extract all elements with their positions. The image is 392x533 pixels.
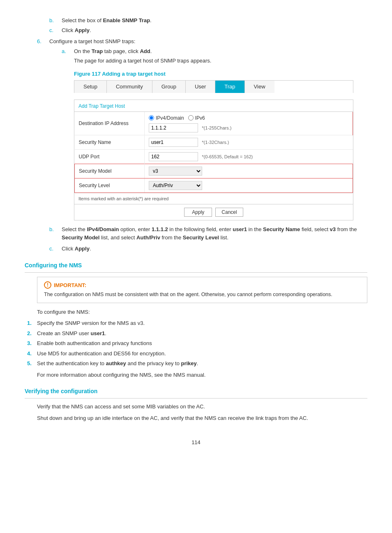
radio-ipv6-label[interactable]: IPv6 bbox=[188, 114, 205, 122]
step-6-content: Configure a target host SNMP traps: bbox=[49, 37, 367, 46]
step-b1-content: Select the box of Enable SNMP Trap. bbox=[62, 16, 367, 25]
step-6-num: 6. bbox=[37, 37, 49, 46]
b2-bold3: user1 bbox=[233, 226, 247, 232]
tab-trap[interactable]: Trap bbox=[215, 81, 244, 93]
form-field-destination-ip: IPv4/Domain IPv6 *(1-255Chars.) bbox=[145, 112, 353, 135]
nms-item-2: 2. Create an SNMP user user1. bbox=[25, 329, 367, 338]
security-name-hint: *(1-32Chars.) bbox=[202, 140, 229, 145]
nms-item-2-num: 2. bbox=[27, 329, 37, 338]
form-table: Destination IP Address IPv4/Domain IPv6 bbox=[74, 112, 353, 193]
nms-item-4-text: Use MD5 for authentication and DES56 for… bbox=[37, 350, 166, 358]
security-name-input[interactable] bbox=[149, 138, 198, 147]
form-label-security-level: Security Level bbox=[75, 178, 145, 192]
configuring-nms-divider bbox=[25, 272, 367, 273]
step-b2-letter: b. bbox=[49, 225, 62, 241]
nms-item-4: 4. Use MD5 for authentication and DES56 … bbox=[25, 350, 367, 358]
nms-item-5: 5. Set the authentication key to authkey… bbox=[25, 359, 367, 368]
step-a1: a. On the Trap tab page, click Add. bbox=[25, 47, 367, 56]
c2-bold: Apply bbox=[75, 246, 90, 252]
verifying-para1: Verify that the NMS can access and set s… bbox=[25, 403, 367, 411]
configuring-nms-intro: To configure the NMS: bbox=[25, 308, 367, 316]
important-box: ! IMPORTANT: The configuration on NMS mu… bbox=[37, 277, 367, 303]
security-model-select[interactable]: v3 v1 v2c bbox=[149, 167, 202, 176]
tab-setup[interactable]: Setup bbox=[74, 81, 107, 93]
form-label-udp-port: UDP Port bbox=[75, 149, 145, 164]
step-a1-letter: a. bbox=[62, 47, 74, 56]
important-icon: ! bbox=[44, 281, 51, 289]
apply-button[interactable]: Apply bbox=[184, 208, 212, 217]
udp-port-hint: *(0-65535, Default = 162) bbox=[202, 154, 253, 159]
nms-item-1-num: 1. bbox=[27, 319, 37, 327]
nms-item-3-text: Enable both authentication and privacy f… bbox=[37, 339, 152, 348]
radio-ipv4[interactable] bbox=[149, 115, 154, 121]
tab-bar-container: Setup Community Group User Trap View bbox=[25, 80, 367, 93]
tab-group[interactable]: Group bbox=[152, 81, 186, 93]
form-label-security-name: Security Name bbox=[75, 135, 145, 149]
verifying-divider bbox=[25, 398, 367, 399]
tab-bar: Setup Community Group User Trap View bbox=[74, 80, 353, 93]
ip-value-row: *(1-255Chars.) bbox=[149, 123, 348, 132]
form-panel: Add Trap Target Host Destination IP Addr… bbox=[74, 100, 353, 221]
tab-community[interactable]: Community bbox=[107, 81, 152, 93]
form-row-security-name: Security Name *(1-32Chars.) bbox=[75, 135, 353, 149]
step-c1-content: Click Apply. bbox=[62, 26, 367, 35]
form-panel-title: Add Trap Target Host bbox=[74, 100, 353, 112]
form-field-security-level: Auth/Priv Auth/NoPriv NoAuth/NoPriv bbox=[145, 178, 353, 192]
form-panel-container: Add Trap Target Host Destination IP Addr… bbox=[25, 100, 367, 221]
radio-ipv4-label[interactable]: IPv4/Domain bbox=[149, 114, 184, 122]
important-text: The configuration on NMS must be consist… bbox=[44, 291, 360, 299]
step-c2: c. Click Apply. bbox=[25, 245, 367, 253]
step-6: 6. Configure a target host SNMP traps: bbox=[25, 37, 367, 46]
step-c2-letter: c. bbox=[49, 245, 62, 253]
step-b1-letter: b. bbox=[49, 16, 62, 25]
ip-value-input[interactable] bbox=[149, 123, 198, 132]
form-field-security-name: *(1-32Chars.) bbox=[145, 135, 353, 149]
step-c1: c. Click Apply. bbox=[25, 26, 367, 35]
required-note: Items marked with an asterisk(*) are req… bbox=[74, 193, 353, 204]
radio-group-ip: IPv4/Domain IPv6 bbox=[149, 114, 348, 122]
udp-port-input[interactable] bbox=[149, 152, 198, 161]
radio-ipv6[interactable] bbox=[188, 115, 194, 121]
verifying-para2: Shut down and bring up an idle interface… bbox=[25, 414, 367, 422]
form-label-destination-ip: Destination IP Address bbox=[75, 112, 145, 135]
form-row-security-level: Security Level Auth/Priv Auth/NoPriv NoA… bbox=[75, 178, 353, 192]
page-number: 114 bbox=[25, 438, 367, 447]
security-level-select[interactable]: Auth/Priv Auth/NoPriv NoAuth/NoPriv bbox=[149, 181, 202, 190]
configuring-nms-footer: For more information about configuring t… bbox=[25, 371, 367, 379]
form-row-udp-port: UDP Port *(0-65535, Default = 162) bbox=[75, 149, 353, 164]
nms-item-3: 3. Enable both authentication and privac… bbox=[25, 339, 367, 348]
step-b2: b. Select the IPv4/Domain option, enter … bbox=[25, 225, 367, 241]
nms-item-2-text: Create an SNMP user user1. bbox=[37, 329, 106, 338]
nms-item-5-text: Set the authentication key to authkey an… bbox=[37, 359, 198, 368]
verifying-heading: Verifying the configuration bbox=[25, 387, 367, 396]
step-c1-letter: c. bbox=[49, 26, 62, 35]
b2-bold7: Auth/Priv bbox=[136, 234, 160, 241]
b2-bold8: Security Level bbox=[183, 234, 219, 241]
tab-user[interactable]: User bbox=[186, 81, 215, 93]
form-row-destination-ip: Destination IP Address IPv4/Domain IPv6 bbox=[75, 112, 353, 135]
b2-bold2: 1.1.1.2 bbox=[152, 226, 168, 232]
figure-title-container: Figure 117 Adding a trap target host bbox=[25, 70, 367, 78]
nms-item-3-num: 3. bbox=[27, 339, 37, 348]
ip-hint: *(1-255Chars.) bbox=[202, 125, 231, 130]
step-a1-sub: The page for adding a target host of SNM… bbox=[25, 57, 367, 65]
form-field-security-model: v3 v1 v2c bbox=[145, 164, 353, 178]
form-label-security-model: Security Model bbox=[75, 164, 145, 178]
step-a1-content: On the Trap tab page, click Add. bbox=[74, 47, 367, 56]
form-field-udp-port: *(0-65535, Default = 162) bbox=[145, 149, 353, 164]
form-row-security-model: Security Model v3 v1 v2c bbox=[75, 164, 353, 178]
tab-view[interactable]: View bbox=[245, 81, 274, 93]
b2-bold1: IPv4/Domain bbox=[87, 226, 119, 232]
step-b2-content: Select the IPv4/Domain option, enter 1.1… bbox=[62, 225, 367, 241]
cancel-button[interactable]: Cancel bbox=[215, 208, 243, 217]
nms-item-4-num: 4. bbox=[27, 350, 37, 358]
step-c2-content: Click Apply. bbox=[62, 245, 367, 253]
important-label: ! IMPORTANT: bbox=[44, 281, 360, 290]
figure-title: Figure 117 Adding a trap target host bbox=[74, 70, 367, 78]
nms-item-1: 1. Specify the SNMP version for the NMS … bbox=[25, 319, 367, 327]
form-buttons: Apply Cancel bbox=[74, 204, 353, 220]
b2-bold6: Security Model bbox=[62, 234, 99, 241]
nms-item-1-text: Specify the SNMP version for the NMS as … bbox=[37, 319, 145, 327]
configuring-nms-heading: Configuring the NMS bbox=[25, 261, 367, 270]
b2-bold4: Security Name bbox=[263, 226, 300, 232]
